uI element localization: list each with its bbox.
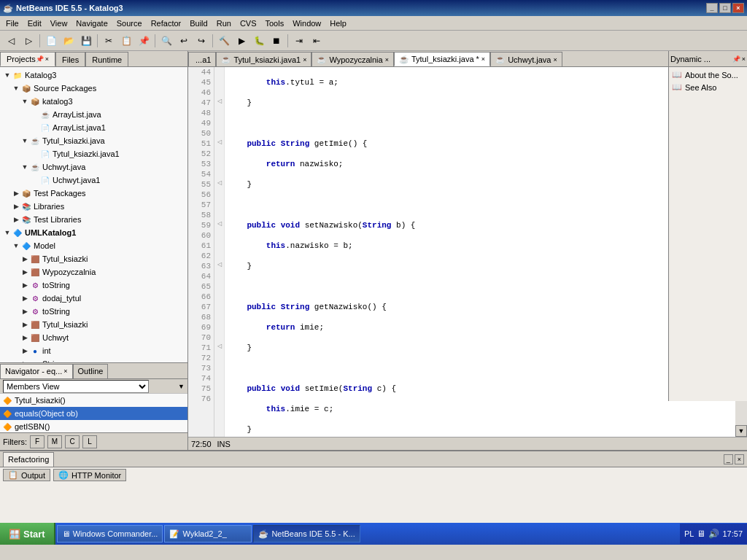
tree-toggle[interactable]: ▼ <box>12 242 20 249</box>
tree-toggle[interactable]: ▶ <box>20 268 29 276</box>
volume-icon[interactable]: 🔊 <box>708 529 719 539</box>
run-button[interactable]: ▶ <box>233 33 249 49</box>
tree-node-dodaj-tytul[interactable]: ▶ ⚙ dodaj_tytul <box>0 292 187 305</box>
menu-edit[interactable]: Edit <box>23 16 46 30</box>
debug-button[interactable]: 🐛 <box>251 33 267 49</box>
close-button[interactable]: × <box>732 3 744 13</box>
tree-node-int[interactable]: ▶ ● int <box>0 344 187 357</box>
tree-node-katalog3[interactable]: ▼ 📁 Katalog3 <box>0 69 187 82</box>
tree-node-tostring2[interactable]: ▶ ⚙ toString <box>0 305 187 318</box>
bottom-panel-close[interactable]: × <box>735 454 744 464</box>
taskbar-item-wyklad[interactable]: 📝 Wyklad2_2_ <box>164 525 252 542</box>
tree-toggle[interactable]: ▼ <box>20 163 29 171</box>
tree-node-umlkatalog1[interactable]: ▼ 🔷 UMLKatalog1 <box>0 226 187 239</box>
tree-toggle[interactable]: ▼ <box>12 85 20 92</box>
projects-tab-close[interactable]: × <box>45 55 49 63</box>
build-button[interactable]: 🔨 <box>216 33 232 49</box>
tab-navigator[interactable]: Navigator - eq... × <box>0 364 73 378</box>
tree-toggle[interactable]: ▶ <box>20 281 29 289</box>
filter-f-button[interactable]: F <box>30 435 44 448</box>
menu-run[interactable]: Run <box>212 16 236 30</box>
tab-close-button[interactable]: × <box>481 55 485 63</box>
save-button[interactable]: 💾 <box>78 33 94 49</box>
menu-view[interactable]: View <box>46 16 72 30</box>
minimize-button[interactable]: _ <box>706 3 718 13</box>
tab-tytul-java-active[interactable]: ☕ Tytul_ksiazki.java * × <box>394 52 490 66</box>
tree-node-tytul-class[interactable]: ▶ 🟫 Tytul_ksiazki <box>0 252 187 265</box>
copy-button[interactable]: 📋 <box>118 33 134 49</box>
fold-47[interactable]: ◁ <box>214 98 224 108</box>
menu-tools[interactable]: Tools <box>261 16 289 30</box>
tree-toggle[interactable]: ▶ <box>12 216 20 223</box>
dynamic-item-about[interactable]: 📖 About the So... <box>672 70 744 79</box>
menu-build[interactable]: Build <box>185 16 212 30</box>
tab-a1[interactable]: ...a1 <box>188 52 216 66</box>
tree-node-uchwyt-class[interactable]: ▶ 🟫 Uchwyt <box>0 331 187 344</box>
nav-item-constructor[interactable]: 🔶 Tytul_ksiazki() <box>0 394 187 407</box>
dynamic-pin-button[interactable]: 📌 <box>732 55 740 63</box>
stop-button[interactable]: ⏹ <box>268 33 285 49</box>
project-tree[interactable]: ▼ 📁 Katalog3 ▼ 📦 Source Packages ▼ 📦 kat… <box>0 67 187 362</box>
tree-node-test-libraries[interactable]: ▶ 📚 Test Libraries <box>0 213 187 226</box>
tree-node-test-packages[interactable]: ▶ 📦 Test Packages <box>0 187 187 200</box>
new-button[interactable]: 📄 <box>43 33 59 49</box>
network-icon[interactable]: 🖥 <box>697 529 705 539</box>
tree-node-model[interactable]: ▼ 🔷 Model <box>0 239 187 252</box>
sub-tab-http[interactable]: 🌐 HTTP Monitor <box>53 469 126 481</box>
tree-node-tytul1[interactable]: 📄 Tytul_ksiazki.java1 <box>0 147 187 160</box>
tab-files[interactable]: Files <box>55 52 85 66</box>
fold-63[interactable]: ◁ <box>214 261 224 271</box>
tree-node-wypozyczalnia[interactable]: ▶ 🟫 Wypozyczalnia <box>0 265 187 279</box>
menu-source[interactable]: Source <box>112 16 147 30</box>
tab-outline[interactable]: Outline <box>73 364 109 378</box>
maximize-button[interactable]: □ <box>719 3 731 13</box>
back-button[interactable]: ◁ <box>3 33 19 49</box>
fold-59[interactable]: ◁ <box>214 220 224 230</box>
dynamic-item-seealso[interactable]: 📖 See Also <box>672 82 744 92</box>
outdent-button[interactable]: ⇤ <box>309 33 325 49</box>
tab-projects[interactable]: Projects 📌 × <box>0 52 55 66</box>
tab-tytul-java1[interactable]: ☕ Tytul_ksiazki.java1 × <box>216 52 311 66</box>
tree-toggle[interactable]: ▶ <box>20 295 29 302</box>
tab-refactoring[interactable]: Refactoring <box>3 452 54 467</box>
menu-cvs[interactable]: CVS <box>236 16 261 30</box>
nav-collapse-btn[interactable]: ▼ <box>178 383 185 390</box>
tree-node-arraylist1[interactable]: 📄 ArrayList.java1 <box>0 121 187 134</box>
tree-toggle[interactable]: ▼ <box>3 229 12 236</box>
fold-55[interactable]: ◁ <box>214 179 224 190</box>
open-button[interactable]: 📂 <box>61 33 77 49</box>
tree-toggle[interactable]: ▶ <box>12 203 20 210</box>
nav-item-equals[interactable]: 🔶 equals(Object ob) <box>0 407 187 420</box>
taskbar-item-commander[interactable]: 🖥 Windows Commander... <box>57 525 163 542</box>
tree-node-source-packages[interactable]: ▼ 📦 Source Packages <box>0 82 187 95</box>
tree-toggle[interactable]: ▶ <box>20 334 29 341</box>
tree-toggle[interactable]: ▼ <box>20 137 29 144</box>
tab-uchwyt[interactable]: ☕ Uchwyt.java × <box>490 52 562 66</box>
filter-c-button[interactable]: C <box>65 435 80 448</box>
tab-close-button[interactable]: × <box>385 56 389 63</box>
tree-node-libraries[interactable]: ▶ 📚 Libraries <box>0 200 187 213</box>
start-button[interactable]: 🪟 Start <box>0 523 55 545</box>
menu-window[interactable]: Window <box>288 16 325 30</box>
code-editor[interactable]: this.tytul = a; } public String getImie(… <box>225 67 735 437</box>
tree-toggle[interactable]: ▶ <box>20 308 29 315</box>
taskbar-item-netbeans[interactable]: ☕ NetBeans IDE 5.5 - K... <box>253 525 360 542</box>
tree-node-tostring1[interactable]: ▶ ⚙ toString <box>0 279 187 292</box>
tab-close-button[interactable]: × <box>303 56 306 63</box>
tree-node-tytul-class2[interactable]: ▶ 🟫 Tytul_ksiazki <box>0 318 187 331</box>
sub-tab-output[interactable]: 📋 Output <box>3 469 50 481</box>
fold-71[interactable]: ◁ <box>214 343 224 353</box>
fold-51[interactable]: ◁ <box>214 139 224 149</box>
tree-toggle[interactable]: ▶ <box>12 190 20 197</box>
forward-button[interactable]: ▷ <box>20 33 36 49</box>
cut-button[interactable]: ✂ <box>101 33 117 49</box>
undo-button[interactable]: ↩ <box>176 33 192 49</box>
tree-toggle[interactable]: ▼ <box>20 98 29 105</box>
tree-node-string[interactable]: ▶ ● String <box>0 357 187 362</box>
tree-node-arraylist[interactable]: ☕ ArrayList.java <box>0 108 187 121</box>
tree-node-tytul[interactable]: ▼ ☕ Tytul_ksiazki.java <box>0 134 187 147</box>
nav-item-getisbn[interactable]: 🔶 getISBN() <box>0 420 187 432</box>
scroll-down-button[interactable]: ▼ <box>735 425 747 437</box>
dynamic-close-button[interactable]: × <box>742 55 746 63</box>
tree-toggle[interactable]: ▶ <box>20 321 29 328</box>
